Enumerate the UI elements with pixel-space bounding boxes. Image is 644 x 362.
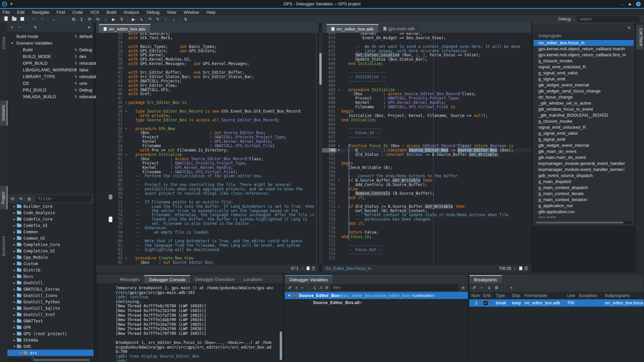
menu-file[interactable]: File	[3, 10, 10, 15]
chevron-right-icon[interactable]: ▶	[12, 268, 17, 272]
value-stepper-icon[interactable]: ⇅	[74, 35, 77, 38]
tree-item-common[interactable]: ▶Common	[7, 229, 94, 235]
scenario-row[interactable]: OS⇅unix	[7, 80, 94, 86]
fold-icon[interactable]: ∨	[337, 88, 341, 92]
line-number[interactable]: 701	[322, 153, 337, 157]
tree-item-gps-root-project-[interactable]: ▶GPS (root project)	[7, 330, 94, 337]
chevron-right-icon[interactable]: ▶	[12, 262, 17, 265]
chevron-right-icon[interactable]: ▶	[12, 205, 17, 208]
line-number[interactable]: 721	[322, 239, 337, 243]
stack-frame[interactable]: g_main_context_iterate	[534, 191, 634, 197]
scenario-row[interactable]: Build mode⇅default	[7, 33, 94, 40]
line-number[interactable]: 702	[322, 157, 337, 161]
stack-frame[interactable]: signal_emit_unlocked_R	[534, 64, 634, 70]
chevron-right-icon[interactable]: ▶	[12, 307, 17, 310]
fold-icon[interactable]: ∨	[337, 178, 341, 183]
line-number[interactable]: 34	[96, 40, 124, 45]
column-header-exception[interactable]: Exception	[577, 292, 603, 299]
local-vars-icon[interactable]: L	[314, 285, 316, 290]
stack-frame[interactable]: gtk_widget_event_internal	[534, 142, 634, 148]
line-number[interactable]: 694	[322, 122, 337, 127]
stack-frame[interactable]: g_main_dispatch	[534, 179, 634, 185]
menu-edit[interactable]: Edit	[17, 10, 24, 15]
tree-item-gnatcoll-extras[interactable]: ▶GNATCOLL_Extras	[7, 286, 94, 292]
menu-debug[interactable]: Debug	[147, 10, 159, 15]
chevron-right-icon[interactable]: ▶	[12, 224, 17, 227]
value-stepper-icon[interactable]: ⇅	[74, 48, 77, 52]
tree-item-gvd[interactable]: ▼GVD	[7, 343, 94, 350]
fold-icon[interactable]: ∨	[337, 204, 341, 209]
code-line-720[interactable]: 720end Focus_In;	[322, 235, 531, 239]
column-header-enb[interactable]: Enb	[481, 292, 494, 299]
code-line-690[interactable]: 690 Filename : GNATCOLL.VFS.Virtual_File…	[322, 105, 531, 109]
variable-row[interactable]: Source_Editor_Box.all =	[285, 299, 468, 306]
stack-frame[interactable]: g_signal_emit	[534, 136, 634, 142]
chevron-right-icon[interactable]: ▶	[12, 313, 17, 316]
edit-project-icon[interactable]: ✎	[19, 196, 23, 201]
step-over-icon[interactable]: ↷	[146, 17, 154, 22]
tab-locations[interactable]: Locations	[239, 275, 267, 283]
stack-frame[interactable]: gps.kernel.mdi.object_return_callback.ma…	[534, 46, 634, 52]
clear-icon[interactable]: ✐	[288, 285, 292, 290]
scenario-row[interactable]: ▾Scenario Variables	[7, 40, 94, 46]
chevron-right-icon[interactable]: ▶	[12, 294, 17, 297]
code-line-680[interactable]: 680 end Initialize;	[322, 62, 531, 66]
compile-icon[interactable]: ⟳	[86, 17, 94, 22]
add-variable-button[interactable]: +	[11, 25, 13, 30]
tree-item-builder-core[interactable]: ▶Builder_Core	[7, 203, 94, 209]
stack-frame[interactable]: gtk.main.main_do_event	[534, 155, 634, 161]
line-number[interactable]: 71	[96, 200, 124, 204]
line-number[interactable]: 78	[96, 230, 124, 235]
scenario-row[interactable]: LIBADALANG_WARNINGS⇅false	[7, 66, 94, 73]
line-number[interactable]: 676	[322, 45, 337, 49]
stack-frame[interactable]: signal_emit_unlocked_R	[534, 124, 634, 130]
close-icon[interactable]: ✕	[636, 2, 641, 6]
menu-analyze[interactable]: Analyze	[124, 10, 139, 15]
chevron-right-icon[interactable]: ▶	[12, 281, 17, 285]
line-number[interactable]: 720	[322, 235, 337, 239]
stack-frame[interactable]: gps.kernel.mdi.object_return_callback.fi…	[534, 52, 634, 58]
remove-watch-button[interactable]: −	[301, 285, 304, 290]
scenario-variable-value[interactable]: dev	[79, 54, 86, 59]
debug-continue-icon[interactable]: ▶	[129, 17, 138, 22]
code-area[interactable]: 673 (Kernel => Kernel,674 Event_On_Widge…	[322, 33, 531, 264]
install-icon[interactable]: ↧	[77, 17, 86, 22]
line-number[interactable]: 722	[322, 243, 337, 248]
stack-frame[interactable]: gps.main	[534, 215, 634, 218]
tree-item-completion-ui[interactable]: ▶Completion_UI	[7, 248, 94, 254]
scenario-row[interactable]: Build⇅Debug	[7, 46, 94, 53]
tab-debugger-variables[interactable]: Debugger Variables	[285, 275, 332, 283]
stack-frame[interactable]: gtk_widget_event_internal	[534, 82, 634, 88]
line-number[interactable]: 41	[96, 70, 124, 75]
value-stepper-icon[interactable]: ⇅	[74, 75, 77, 78]
scenario-row[interactable]: GPR_BUILD⇅relocatable	[7, 60, 94, 66]
sidebar-tab-call-stack[interactable]: Call Stack	[636, 25, 643, 50]
code-line-693[interactable]: 693end Initialize;	[322, 118, 531, 122]
code-line-684[interactable]: 684 ----------------	[322, 79, 531, 83]
panel-menu-icon[interactable]: ≡	[88, 25, 90, 30]
chevron-right-icon[interactable]: ▶	[12, 326, 17, 329]
code-line-674[interactable]: 674 Event_On_Widget => Box.Source_View);	[322, 36, 531, 40]
scenario-variable-value[interactable]: unix	[79, 81, 87, 86]
tree-item-docs[interactable]: ▶Docs	[7, 273, 94, 280]
file-status-icon[interactable]	[519, 266, 522, 270]
stack-frame[interactable]: g_main_context_iteration	[534, 197, 634, 203]
stack-frame[interactable]: glib.application.run	[534, 209, 634, 215]
line-number[interactable]: 713	[322, 204, 337, 209]
scenario-variable-value[interactable]: default	[79, 34, 92, 39]
save-file-icon[interactable]	[18, 17, 26, 22]
code-line-82[interactable]: 82 -- highlighting will be deactivated.	[96, 248, 319, 252]
stack-frame[interactable]: g_signal_emit_valist	[534, 130, 634, 136]
menu-vcs[interactable]: VCS	[90, 10, 99, 15]
tree-item-completion-core[interactable]: ▶Completion_Core	[7, 241, 94, 248]
open-file-icon[interactable]	[10, 17, 18, 22]
chevron-down-icon[interactable]: ▾	[11, 41, 16, 45]
code-area[interactable]: 32with Gtk.Handlers;33with Gtk.Text_Mark…	[96, 33, 319, 264]
menu-build[interactable]: Build	[107, 10, 116, 15]
code-line-717[interactable]: 717 end if;	[322, 222, 531, 226]
line-number[interactable]: 685	[322, 83, 337, 88]
editor-vscrollbar[interactable]	[319, 33, 322, 264]
remove-variable-button[interactable]: −	[18, 25, 21, 30]
chevron-right-icon[interactable]: ▶	[12, 218, 17, 221]
line-number[interactable]: 719	[322, 230, 337, 235]
